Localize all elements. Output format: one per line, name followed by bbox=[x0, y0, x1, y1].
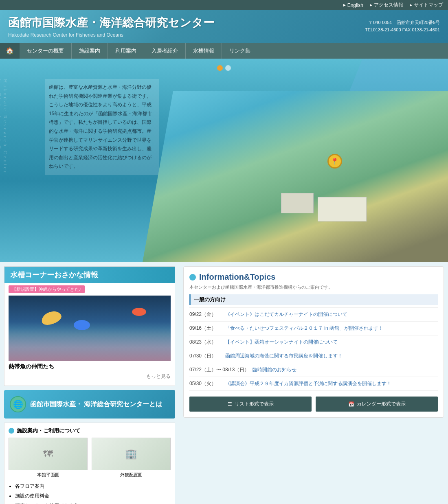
hero-building-2 bbox=[281, 193, 314, 213]
left-column: 水槽コーナーおさかな情報 【新規設置】沖縄からやってきた♪ 熱帯魚の仲間たち も… bbox=[0, 262, 179, 504]
header-address: 〒040-0051 函館市弁天町20番5号 bbox=[365, 19, 440, 26]
nav-item-aquarium[interactable]: 水槽情報 bbox=[186, 43, 222, 59]
nav-item-facility[interactable]: 施設案内 bbox=[72, 43, 108, 59]
info-section-title: 一般の方向け bbox=[189, 294, 438, 305]
fish-badge: 【新規設置】沖縄からやってきた♪ bbox=[9, 285, 85, 293]
facility-map-img-1: 🗺 bbox=[9, 438, 88, 470]
header-left: 函館市国際水産・海洋総合研究センター Hakodate Research Cen… bbox=[8, 15, 215, 38]
info-item-1: 09/22（金） 《イベント》はこだてカルチャーナイトの開催について bbox=[189, 308, 438, 322]
calendar-icon: 📅 bbox=[348, 401, 354, 407]
info-date-3: 08/23（水） bbox=[189, 339, 222, 346]
nav-item-residents[interactable]: 入居者紹介 bbox=[144, 43, 186, 59]
facility-title: 施設案内・ご利用について bbox=[9, 427, 171, 434]
hero-building-1 bbox=[318, 197, 367, 221]
list-view-button[interactable]: ☰ リスト形式で表示 bbox=[189, 397, 312, 412]
fish-more-link[interactable]: もっと見る bbox=[4, 371, 175, 381]
info-link-2[interactable]: 「食べる・たいせつフェスティバル２０１７ in 函館」が開催されます！ bbox=[225, 325, 383, 332]
info-link-6[interactable]: 《講演会》平成２９年度イカ資源評価と予測に関する講演会を開催します！ bbox=[225, 380, 391, 387]
facility-title-text: 施設案内・ご利用について bbox=[17, 427, 80, 434]
facility-map-2[interactable]: 🏢 外観配置図 bbox=[92, 438, 171, 478]
info-date-4: 07/30（日） bbox=[189, 353, 222, 359]
hero-map-icon: 📍 bbox=[327, 154, 342, 169]
slide-dot-1[interactable] bbox=[217, 65, 223, 71]
fish-caption: 熱帯魚の仲間たち bbox=[4, 361, 175, 371]
facility-list-item[interactable]: 施設の使用料金 bbox=[15, 491, 171, 501]
facility-maps: 🗺 本館平面図 🏢 外観配置図 bbox=[9, 438, 171, 478]
info-date-2: 09/16（土） bbox=[189, 325, 222, 332]
info-link-4[interactable]: 函館周辺海域の海藻に関する市民講座を開催します！ bbox=[225, 353, 343, 359]
info-date-6: 05/30（火） bbox=[189, 380, 222, 387]
facility-list-item[interactable]: 各フロア案内 bbox=[15, 481, 171, 491]
content-area: 水槽コーナーおさかな情報 【新規設置】沖縄からやってきた♪ 熱帯魚の仲間たち も… bbox=[0, 262, 448, 504]
info-items: 09/22（金） 《イベント》はこだてカルチャーナイトの開催について 09/16… bbox=[189, 307, 438, 391]
about-box[interactable]: 🌐 函館市国際水産・ 海洋総合研究センターとは bbox=[4, 390, 175, 419]
hero-section: Hakodate Research Center for Fisheries a… bbox=[0, 59, 448, 262]
fish-image bbox=[9, 296, 171, 361]
about-text: 函館市国際水産・ 海洋総合研究センターとは bbox=[30, 400, 162, 409]
facility-box: 施設案内・ご利用について 🗺 本館平面図 🏢 外観配置図 各フロア案内 施設の使… bbox=[4, 423, 175, 504]
site-subtitle: Hakodate Research Center for Fisheries a… bbox=[8, 32, 215, 38]
info-date-1: 09/22（金） bbox=[189, 311, 222, 318]
info-item-6: 05/30（火） 《講演会》平成２９年度イカ資源評価と予測に関する講演会を開催し… bbox=[189, 377, 438, 391]
hero-text: 函館は、豊富な水産資源と水産・海洋分野の優れた学術研究機関や関連産業が集まる街で… bbox=[45, 79, 159, 175]
nav-home-button[interactable]: 🏠 bbox=[0, 43, 20, 59]
slide-dot-2[interactable] bbox=[225, 65, 231, 71]
fish-shape-3 bbox=[132, 308, 146, 316]
top-bar: English アクセス情報 サイトマップ bbox=[0, 0, 448, 10]
fish-coral bbox=[9, 328, 171, 361]
facility-list-item[interactable]: 研究センターを使用できる方 bbox=[15, 501, 171, 504]
fish-box-title: 水槽コーナーおさかな情報 bbox=[4, 267, 175, 283]
english-link[interactable]: English bbox=[343, 2, 363, 8]
site-title: 函館市国際水産・海洋総合研究センター bbox=[8, 15, 215, 31]
info-link-1[interactable]: 《イベント》はこだてカルチャーナイトの開催について bbox=[225, 311, 347, 318]
info-title-dot-icon bbox=[189, 274, 196, 280]
hero-aerial-image: 📍 bbox=[143, 91, 448, 262]
calendar-view-label: カレンダー形式で表示 bbox=[357, 401, 406, 408]
nav-item-usage[interactable]: 利用案内 bbox=[108, 43, 144, 59]
info-subtitle: 本センターおよび函館国際水産・海洋都市推進機構からのご案内です。 bbox=[189, 284, 438, 290]
list-view-label: リスト形式で表示 bbox=[235, 401, 274, 408]
nav-item-about[interactable]: センターの概要 bbox=[20, 43, 72, 59]
info-item-2: 09/16（土） 「食べる・たいせつフェスティバル２０１７ in 函館」が開催さ… bbox=[189, 322, 438, 335]
info-date-5: 07/22（土）〜 08/13（日） bbox=[189, 366, 249, 373]
header: 函館市国際水産・海洋総合研究センター Hakodate Research Cen… bbox=[0, 10, 448, 43]
facility-map-img-2: 🏢 bbox=[92, 438, 171, 470]
info-item-5: 07/22（土）〜 08/13（日） 臨時開館のお知らせ bbox=[189, 363, 438, 377]
facility-list: 各フロア案内 施設の使用料金 研究センターを使用できる方 お申し込み方法 bbox=[9, 481, 171, 504]
info-title-text: Information&Topics bbox=[199, 272, 275, 282]
facility-map-label-2: 外観配置図 bbox=[92, 472, 171, 478]
hero-watermark: Hakodate Research Center for Fisheries a… bbox=[0, 79, 9, 175]
fish-info-box: 水槽コーナーおさかな情報 【新規設置】沖縄からやってきた♪ 熱帯魚の仲間たち も… bbox=[4, 266, 175, 386]
calendar-view-button[interactable]: 📅 カレンダー形式で表示 bbox=[316, 397, 438, 412]
about-icon: 🌐 bbox=[10, 396, 26, 412]
info-title: Information&Topics bbox=[189, 272, 438, 282]
facility-map-label-1: 本館平面図 bbox=[9, 472, 88, 478]
fish-shape-1 bbox=[40, 309, 63, 327]
info-buttons: ☰ リスト形式で表示 📅 カレンダー形式で表示 bbox=[189, 397, 438, 412]
info-link-3[interactable]: 【イベント】函箱オーシャンナイトの開催について bbox=[225, 339, 338, 346]
info-link-5[interactable]: 臨時開館のお知らせ bbox=[253, 366, 296, 373]
info-box: Information&Topics 本センターおよび函館国際水産・海洋都市推進… bbox=[183, 266, 444, 418]
fish-shape-2 bbox=[74, 320, 90, 330]
info-item-3: 08/23（水） 【イベント】函箱オーシャンナイトの開催について bbox=[189, 335, 438, 349]
sitemap-link[interactable]: サイトマップ bbox=[410, 2, 443, 9]
facility-map-1[interactable]: 🗺 本館平面図 bbox=[9, 438, 88, 478]
right-column: Information&Topics 本センターおよび函館国際水産・海洋都市推進… bbox=[179, 262, 448, 504]
nav-item-links[interactable]: リンク集 bbox=[222, 43, 258, 59]
header-contact: 〒040-0051 函館市弁天町20番5号 TEL0138-21-4600 FA… bbox=[365, 19, 440, 33]
header-tel: TEL0138-21-4600 FAX 0138-21-4601 bbox=[365, 26, 440, 34]
main-nav: 🏠 センターの概要 施設案内 利用案内 入居者紹介 水槽情報 リンク集 bbox=[0, 43, 448, 59]
list-icon: ☰ bbox=[228, 401, 232, 407]
access-link[interactable]: アクセス情報 bbox=[370, 2, 403, 9]
info-item-4: 07/30（日） 函館周辺海域の海藻に関する市民講座を開催します！ bbox=[189, 349, 438, 363]
facility-dot-icon bbox=[9, 428, 14, 434]
hero-slide-dots bbox=[217, 65, 231, 71]
